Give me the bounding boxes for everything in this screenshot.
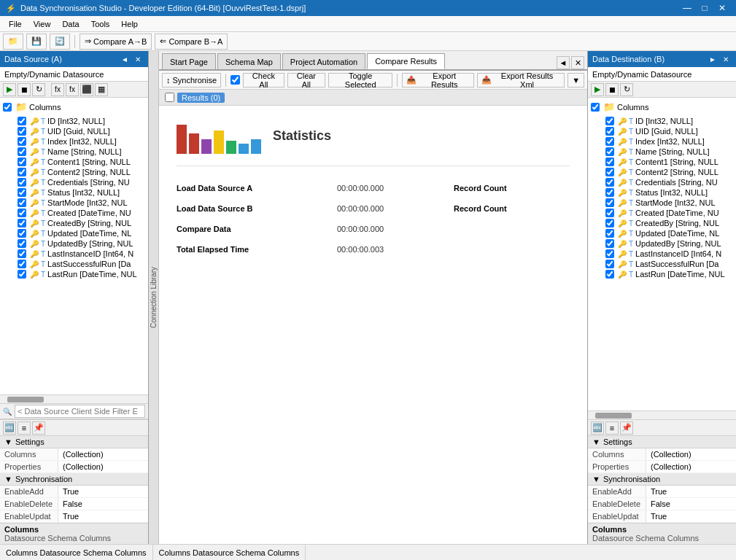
tab-start-page[interactable]: Start Page — [162, 53, 216, 69]
right-item-checkbox[interactable] — [605, 158, 614, 166]
left-item-checkbox[interactable] — [18, 270, 26, 279]
tab-close[interactable]: ✕ — [571, 56, 584, 69]
left-item-checkbox[interactable] — [18, 198, 26, 207]
tab-compare-results[interactable]: Compare Results — [367, 53, 445, 69]
tab-schema-map[interactable]: Schema Map — [217, 53, 281, 69]
tab-project-automation[interactable]: Project Automation — [282, 53, 365, 69]
menu-tools[interactable]: Tools — [85, 18, 116, 30]
right-item-checkbox[interactable] — [605, 147, 614, 156]
title-bar-controls[interactable]: — □ ✕ — [679, 1, 730, 15]
right-item-checkbox[interactable] — [605, 137, 614, 146]
left-item-checkbox[interactable] — [18, 168, 26, 176]
left-sync-header[interactable]: ▼ Synchronisation — [0, 473, 148, 486]
left-item-checkbox[interactable] — [18, 158, 26, 166]
right-item-checkbox[interactable] — [605, 209, 614, 217]
left-row-button[interactable]: ▦ — [95, 83, 108, 96]
right-panel-pin-button[interactable]: ► — [707, 53, 718, 65]
right-hscroll-thumb[interactable] — [595, 413, 632, 419]
left-item-checkbox[interactable] — [18, 147, 26, 156]
left-item-checkbox[interactable] — [18, 178, 26, 187]
left-stop-button[interactable]: ⏹ — [18, 83, 31, 96]
right-item-checkbox[interactable] — [605, 260, 614, 268]
right-item-checkbox[interactable] — [605, 178, 614, 187]
left-columns-folder[interactable]: 📁 Columns — [0, 101, 148, 113]
check-all-button[interactable]: Check All — [243, 73, 284, 88]
right-props-sort-button[interactable]: 🔤 — [591, 421, 604, 435]
right-item-checkbox[interactable] — [605, 229, 614, 238]
results-checkbox[interactable] — [165, 93, 174, 102]
close-button[interactable]: ✕ — [714, 1, 730, 15]
toolbar-separator-1 — [74, 35, 75, 48]
left-fx-button[interactable]: fx — [51, 83, 64, 96]
left-panel-pin-button[interactable]: ◄ — [119, 53, 131, 65]
menu-view[interactable]: View — [28, 18, 57, 30]
right-hscroll[interactable] — [588, 411, 736, 419]
right-stop-button[interactable]: ⏹ — [605, 83, 619, 96]
left-props-pin-button[interactable]: 📌 — [32, 421, 45, 435]
right-item-checkbox[interactable] — [605, 270, 614, 279]
right-panel-footer: Columns Datasource Schema Columns — [588, 523, 736, 544]
right-columns-folder[interactable]: 📁 Columns — [588, 101, 736, 113]
right-item-checkbox[interactable] — [605, 117, 614, 125]
right-item-checkbox[interactable] — [605, 249, 614, 258]
right-panel-header-buttons[interactable]: ► ✕ — [707, 53, 732, 65]
right-props-pin-button[interactable]: 📌 — [620, 421, 633, 435]
minimize-button[interactable]: — — [679, 1, 695, 15]
left-col-button[interactable]: ⬛ — [80, 83, 93, 96]
right-refresh-button[interactable]: ↻ — [620, 83, 633, 96]
right-item-col-icon: T — [629, 240, 633, 248]
left-props-cat-button[interactable]: ≡ — [18, 421, 31, 435]
left-filter-input[interactable] — [15, 405, 145, 418]
menu-data[interactable]: Data — [56, 18, 85, 30]
toolbar-dropdown-btn[interactable]: ▼ — [568, 73, 584, 88]
left-refresh-button[interactable]: ↻ — [32, 83, 45, 96]
right-sync-header[interactable]: ▼ Synchronisation — [588, 473, 736, 486]
right-run-button[interactable]: ▶ — [591, 83, 604, 96]
left-item-checkbox[interactable] — [18, 219, 26, 228]
left-fx2-button[interactable]: fx — [66, 83, 79, 96]
left-hscroll-thumb[interactable] — [7, 397, 44, 402]
check-all-checkbox[interactable] — [231, 75, 240, 85]
left-item-checkbox[interactable] — [18, 127, 26, 136]
right-item-checkbox[interactable] — [605, 198, 614, 207]
left-run-button[interactable]: ▶ — [3, 83, 16, 96]
right-item-checkbox[interactable] — [605, 168, 614, 176]
menu-file[interactable]: File — [3, 18, 28, 30]
right-panel-close-button[interactable]: ✕ — [720, 53, 732, 65]
left-item-checkbox[interactable] — [18, 229, 26, 238]
left-settings-header[interactable]: ▼ Settings — [0, 436, 148, 448]
right-item-checkbox[interactable] — [605, 127, 614, 136]
left-item-checkbox[interactable] — [18, 209, 26, 217]
left-columns-checkbox[interactable] — [3, 103, 12, 112]
connection-library-tab[interactable]: Connection Library — [149, 51, 159, 544]
left-item-checkbox[interactable] — [18, 239, 26, 248]
right-columns-checkbox[interactable] — [591, 103, 600, 112]
right-settings-header[interactable]: ▼ Settings — [588, 436, 736, 448]
right-props-cat-button[interactable]: ≡ — [605, 421, 619, 435]
maximize-button[interactable]: □ — [697, 1, 713, 15]
left-hscroll[interactable] — [0, 394, 148, 403]
left-item-checkbox[interactable] — [18, 188, 26, 197]
left-item-checkbox[interactable] — [18, 260, 26, 268]
compare-ab-button[interactable]: ⇒ Compare A→B — [80, 34, 152, 50]
left-panel-close-button[interactable]: ✕ — [132, 53, 144, 65]
tab-scroll-left[interactable]: ◄ — [557, 56, 570, 69]
toolbar-icon-2[interactable]: 💾 — [26, 34, 47, 50]
synchronise-button[interactable]: ↕ Synchronise — [162, 73, 221, 88]
clear-all-button[interactable]: Clear All — [287, 73, 325, 88]
menu-help[interactable]: Help — [115, 18, 144, 30]
left-props-sort-button[interactable]: 🔤 — [3, 421, 16, 435]
export-results-button[interactable]: 📤 Export Results — [402, 73, 474, 88]
right-item-checkbox[interactable] — [605, 219, 614, 228]
toolbar-icon-1[interactable]: 📁 — [3, 34, 23, 50]
right-item-checkbox[interactable] — [605, 239, 614, 248]
left-panel-header-buttons[interactable]: ◄ ✕ — [119, 53, 144, 65]
toggle-selected-button[interactable]: Toggle Selected — [328, 73, 393, 88]
left-item-checkbox[interactable] — [18, 249, 26, 258]
left-item-checkbox[interactable] — [18, 137, 26, 146]
toolbar-icon-3[interactable]: 🔄 — [50, 34, 70, 50]
export-results-xml-button[interactable]: 📤 Export Results Xml — [477, 73, 565, 88]
right-item-checkbox[interactable] — [605, 188, 614, 197]
left-item-checkbox[interactable] — [18, 117, 26, 125]
compare-ba-button[interactable]: ⇐ Compare B→A — [155, 34, 228, 50]
